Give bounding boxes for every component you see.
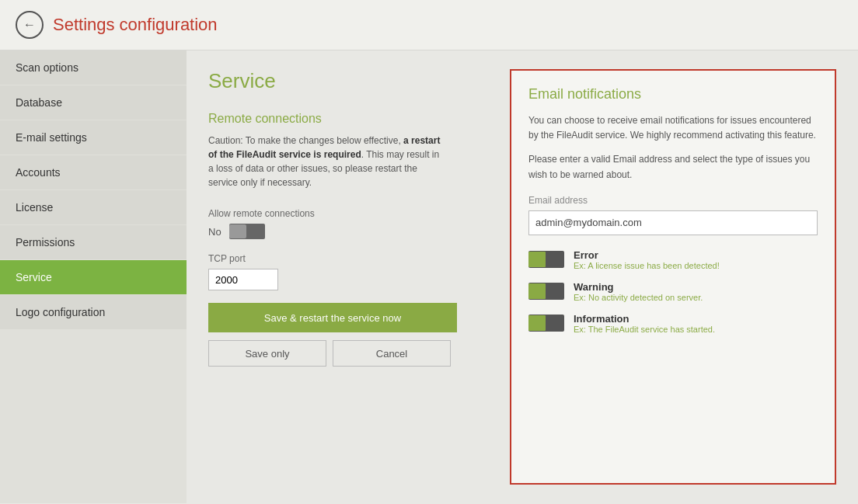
sidebar-item-logo-configuration[interactable]: Logo configuration (0, 295, 187, 329)
email-notifications-title: Email notifications (528, 86, 818, 103)
email-address-input[interactable] (528, 210, 818, 235)
warning-title: Warning (574, 281, 703, 293)
warning-toggle[interactable] (528, 283, 564, 300)
toggle-no-label: No (208, 226, 221, 238)
warning-toggle-active (528, 283, 546, 299)
caution-text: Caution: To make the changes below effec… (208, 134, 441, 189)
sidebar-item-database[interactable]: Database (0, 85, 187, 120)
section-title: Service (208, 69, 491, 93)
content-area: Service Remote connections Caution: To m… (187, 50, 858, 503)
tcp-port-label: TCP port (208, 253, 491, 264)
toggle-thumb (229, 224, 246, 238)
tcp-port-group: TCP port (208, 253, 491, 290)
tcp-port-input[interactable] (208, 269, 278, 290)
page-title: Settings configuration (53, 15, 218, 35)
warning-text: Warning Ex: No activity detected on serv… (574, 281, 703, 302)
save-restart-button[interactable]: Save & restart the service now (208, 303, 457, 332)
error-toggle[interactable] (528, 251, 564, 268)
sidebar-item-service[interactable]: Service (0, 260, 187, 294)
remote-connections-toggle[interactable] (229, 224, 265, 239)
sidebar-item-email-settings[interactable]: E-mail settings (0, 120, 187, 155)
email-desc-1: You can choose to receive email notifica… (528, 113, 818, 143)
sidebar: Scan options Database E-mail settings Ac… (0, 50, 187, 503)
left-panel: Service Remote connections Caution: To m… (208, 69, 491, 485)
sidebar-item-scan-options[interactable]: Scan options (0, 50, 187, 85)
error-subtitle: Ex: A license issue has been detected! (574, 261, 720, 270)
title-colored: configuration (120, 15, 218, 34)
error-title: Error (574, 249, 720, 261)
sidebar-item-license[interactable]: License (0, 190, 187, 224)
main-layout: Scan options Database E-mail settings Ac… (0, 50, 858, 503)
email-address-label: Email address (528, 195, 818, 206)
cancel-button[interactable]: Cancel (333, 340, 451, 367)
notif-row-error: Error Ex: A license issue has been detec… (528, 249, 818, 270)
error-toggle-active (528, 252, 546, 267)
title-normal: Settings (53, 15, 120, 34)
button-row: Save only Cancel (208, 340, 491, 367)
toggle-row: No (208, 224, 491, 239)
back-button[interactable]: ← (16, 11, 44, 39)
warning-subtitle: Ex: No activity detected on server. (574, 293, 703, 302)
remote-connections-title: Remote connections (208, 112, 491, 126)
information-toggle-active (528, 315, 546, 331)
caution-plain: Caution: To make the changes below effec… (208, 135, 403, 146)
sidebar-item-permissions[interactable]: Permissions (0, 225, 187, 259)
information-title: Information (574, 313, 715, 325)
email-notifications-panel: Email notifications You can choose to re… (510, 69, 836, 485)
email-desc-2: Please enter a valid Email address and s… (528, 152, 818, 182)
error-text: Error Ex: A license issue has been detec… (574, 249, 720, 270)
sidebar-item-accounts[interactable]: Accounts (0, 155, 187, 189)
information-subtitle: Ex: The FileAudit service has started. (574, 325, 715, 334)
information-text: Information Ex: The FileAudit service ha… (574, 313, 715, 334)
information-toggle[interactable] (528, 315, 564, 332)
notif-row-warning: Warning Ex: No activity detected on serv… (528, 281, 818, 302)
header: ← Settings configuration (0, 0, 858, 50)
notif-row-information: Information Ex: The FileAudit service ha… (528, 313, 818, 334)
save-only-button[interactable]: Save only (208, 340, 326, 367)
allow-remote-label: Allow remote connections (208, 208, 491, 219)
